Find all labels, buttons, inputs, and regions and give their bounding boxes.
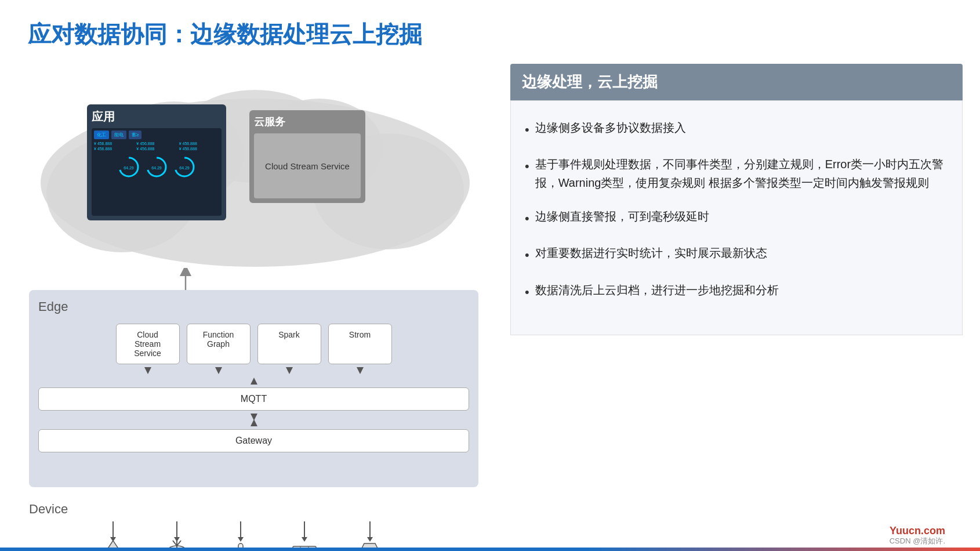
cloud-service-box: 云服务 Cloud Stream Service	[249, 110, 365, 203]
gauge-2: 64.29	[145, 155, 168, 179]
device-arrow-2	[176, 521, 177, 538]
device-arrow-1	[112, 521, 114, 538]
device-arrow-4	[304, 521, 305, 538]
gateway-box: Gateway	[38, 429, 469, 452]
app-label: 应用	[92, 109, 115, 125]
device-factory	[99, 521, 128, 551]
bullet-text-4: 对重要数据进行实时统计，实时展示最新状态	[535, 244, 767, 262]
bullet-dot-4: •	[525, 245, 529, 265]
device-icons	[99, 521, 478, 551]
function-graph-box: FunctionGraph	[187, 324, 251, 364]
footer-bar	[0, 548, 980, 551]
bullet-2: • 基于事件规则处理数据，不同事件类型，分别建立规则，Error类一小时内五次警…	[525, 155, 948, 192]
data-cell: ¥ 456.888	[94, 147, 134, 151]
bullet-text-1: 边缘侧多设备多协议数据接入	[535, 118, 686, 137]
bullet-dot-3: •	[525, 208, 529, 229]
device-arrow-5	[369, 521, 371, 538]
cloud-stream-inner: Cloud Stream Service	[254, 133, 361, 198]
edge-services: CloudStreamService FunctionGraph Spark S…	[38, 324, 469, 364]
device-arrows-row	[99, 521, 386, 551]
bullet-5: • 数据清洗后上云归档，进行进一步地挖掘和分析	[525, 281, 948, 302]
mqtt-box: MQTT	[38, 387, 469, 411]
cloud-service-label: 云服务	[254, 115, 285, 129]
right-content: • 边缘侧多设备多协议数据接入 • 基于事件规则处理数据，不同事件类型，分别建立…	[510, 100, 963, 335]
data-cell: ¥ 456.888	[136, 142, 176, 146]
bullet-text-5: 数据清洗后上云归档，进行进一步地挖掘和分析	[535, 281, 779, 299]
data-cell: ¥ 456.888	[136, 147, 176, 151]
device-arrow-3	[240, 521, 241, 538]
footer-csdn: CSDN @清如许.	[890, 536, 945, 546]
device-windturbine	[162, 521, 191, 551]
cloud-stream-text: Cloud Stream Service	[265, 160, 350, 172]
data-cell: ¥ 456.888	[179, 147, 219, 151]
footer-brand: Yuucn.com	[890, 525, 945, 537]
gauge-3: 64.29	[173, 155, 196, 179]
svg-text:64.29: 64.29	[179, 166, 190, 170]
device-solar	[290, 521, 319, 551]
device-thermometer	[226, 521, 255, 551]
left-diagram: 应用 化工 能电 蓄≥ ¥ 456.888 ¥ 456.888 ¥ 456.88…	[17, 64, 493, 528]
bullet-1: • 边缘侧多设备多协议数据接入	[525, 118, 948, 140]
app-screen: 化工 能电 蓄≥ ¥ 456.888 ¥ 456.888 ¥ 456.888 ¥…	[92, 128, 222, 216]
device-label: Device	[29, 502, 478, 517]
app-box: 应用 化工 能电 蓄≥ ¥ 456.888 ¥ 456.888 ¥ 456.88…	[87, 104, 226, 220]
bullet-dot-1: •	[525, 119, 529, 140]
bullet-text-2: 基于事件规则处理数据，不同事件类型，分别建立规则，Error类一小时内五次警报，…	[535, 155, 948, 192]
edge-label: Edge	[38, 299, 469, 314]
strom-box: Strom	[328, 324, 392, 364]
svg-text:64.29: 64.29	[124, 166, 134, 170]
bullet-dot-2: •	[525, 156, 529, 176]
device-area: Device	[29, 502, 478, 551]
gauge-1: 64.29	[117, 155, 140, 179]
device-ev	[354, 521, 386, 551]
cloud-stream-service-box: CloudStreamService	[116, 324, 180, 364]
bullet-3: • 边缘侧直接警报，可到毫秒级延时	[525, 207, 948, 229]
app-tab-3: 蓄≥	[129, 130, 141, 139]
app-tab-1: 化工	[94, 130, 109, 139]
right-header: 边缘处理，云上挖掘	[510, 64, 963, 100]
cloud-shape: 应用 化工 能电 蓄≥ ¥ 456.888 ¥ 456.888 ¥ 456.88…	[29, 75, 481, 273]
right-panel: 边缘处理，云上挖掘 • 边缘侧多设备多协议数据接入 • 基于事件规则处理数据，不…	[510, 64, 963, 516]
data-cell: ¥ 456.888	[179, 142, 219, 146]
app-tab-2: 能电	[111, 130, 126, 139]
bullet-text-3: 边缘侧直接警报，可到毫秒级延时	[535, 207, 709, 226]
svg-text:64.29: 64.29	[151, 166, 162, 170]
page-title: 应对数据协同：边缘数据处理云上挖掘	[28, 19, 422, 50]
spark-box: Spark	[257, 324, 321, 364]
bullet-dot-5: •	[525, 282, 529, 302]
bullet-4: • 对重要数据进行实时统计，实时展示最新状态	[525, 244, 948, 265]
data-cell: ¥ 456.888	[94, 142, 134, 146]
edge-box: Edge CloudStreamService FunctionGraph Sp…	[29, 290, 478, 487]
